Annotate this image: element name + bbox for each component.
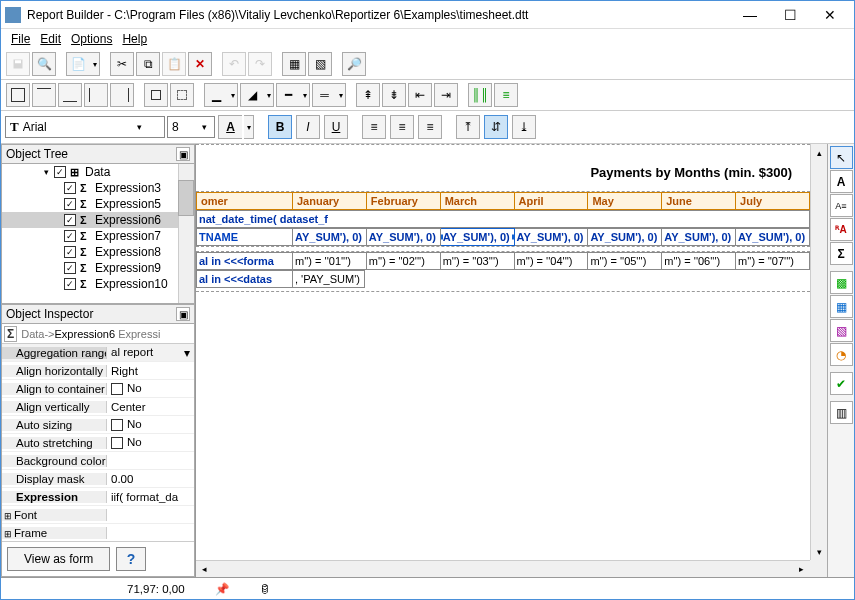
close-button[interactable]: ✕	[810, 2, 850, 28]
send-back-button[interactable]: ▧	[308, 52, 332, 76]
align-right-button[interactable]: ≡	[418, 115, 442, 139]
font-name-combo[interactable]: T ▾	[5, 116, 165, 138]
canvas-hscrollbar[interactable]: ◂ ▸	[196, 560, 810, 577]
tool-chart[interactable]: ◔	[830, 343, 853, 366]
expression-cell[interactable]: m'') = ''02''')	[366, 253, 440, 270]
valign-top-button[interactable]: ⤒	[456, 115, 480, 139]
border-left-button[interactable]	[84, 83, 108, 107]
expression-cell[interactable]: AY_SUM'), 0)	[662, 229, 736, 246]
column-header[interactable]: January	[293, 193, 367, 210]
align-left-button[interactable]: ≡	[362, 115, 386, 139]
paste-button[interactable]: 📋	[162, 52, 186, 76]
align-objs-left-button[interactable]: ⇤	[408, 83, 432, 107]
report-canvas[interactable]: Payments by Months (min. $300) omer Janu…	[196, 144, 827, 577]
inspector-grid[interactable]: Aggregation rangeal report ▾Align horizo…	[2, 344, 194, 541]
tree-node-expression[interactable]: ✓ΣExpression3	[2, 180, 194, 196]
font-size-input[interactable]	[172, 120, 198, 134]
menu-help[interactable]: Help	[118, 30, 151, 48]
tree-node-data[interactable]: ▾ ✓ ⊞ Data	[2, 164, 194, 180]
tool-checkbox[interactable]: ✔	[830, 372, 853, 395]
expression-cell[interactable]: AY_SUM'), 0)	[736, 229, 810, 246]
delete-button[interactable]: ✕	[188, 52, 212, 76]
redo-button[interactable]: ↷	[248, 52, 272, 76]
cut-button[interactable]: ✂	[110, 52, 134, 76]
field-cell[interactable]: TNAME	[197, 229, 293, 246]
inspector-path[interactable]: Σ Data-> Expression6 Expressi	[2, 324, 194, 344]
valign-bottom-button[interactable]: ⤓	[512, 115, 536, 139]
scroll-left-button[interactable]: ◂	[196, 561, 213, 577]
border-all-button[interactable]	[6, 83, 30, 107]
underline-button[interactable]: U	[324, 115, 348, 139]
expression-cell[interactable]: AY_SUM'), 0)	[514, 229, 588, 246]
font-color-dropdown[interactable]: ▾	[244, 115, 254, 139]
minimize-button[interactable]: —	[730, 2, 770, 28]
inspector-row[interactable]: Auto stretchingNo	[2, 434, 194, 452]
font-color-button[interactable]: A	[218, 115, 242, 139]
font-size-combo[interactable]: ▾	[167, 116, 215, 138]
band-spacer[interactable]	[196, 288, 810, 292]
help-button[interactable]: ?	[116, 547, 146, 571]
tool-band[interactable]: ▥	[830, 401, 853, 424]
inspector-row[interactable]: Align horizontallyRight	[2, 362, 194, 380]
border-bottom-button[interactable]	[58, 83, 82, 107]
expression-cell[interactable]: m'') = ''01''')	[293, 253, 367, 270]
line-color-button[interactable]: ▁	[204, 83, 228, 107]
copy-button[interactable]: ⧉	[136, 52, 160, 76]
scroll-down-button[interactable]: ▾	[811, 543, 827, 560]
line-style-button[interactable]: ━	[276, 83, 300, 107]
canvas-vscrollbar[interactable]: ▴ ▾	[810, 144, 827, 560]
expression-cell-selected[interactable]: AY_SUM'), 0)	[440, 229, 514, 246]
expression-cell[interactable]: , 'PAY_SUM')	[293, 271, 365, 288]
expression-cell[interactable]: AY_SUM'), 0)	[588, 229, 662, 246]
inspector-row[interactable]: ⊞Frame	[2, 524, 194, 541]
column-header[interactable]: March	[440, 193, 514, 210]
inspector-row[interactable]: Display mask0.00	[2, 470, 194, 488]
bring-front-button[interactable]: ▦	[282, 52, 306, 76]
distribute-h-button[interactable]: ║║	[468, 83, 492, 107]
align-objs-right-button[interactable]: ⇥	[434, 83, 458, 107]
column-header[interactable]: June	[662, 193, 736, 210]
distribute-v-button[interactable]: ≡	[494, 83, 518, 107]
italic-button[interactable]: I	[296, 115, 320, 139]
border-top-button[interactable]	[32, 83, 56, 107]
expression-cell[interactable]: m'') = ''06''')	[662, 253, 736, 270]
column-header[interactable]: February	[366, 193, 440, 210]
inspector-row[interactable]: ⊞Font	[2, 506, 194, 524]
tree-scroll-thumb[interactable]	[178, 180, 194, 216]
menu-edit[interactable]: Edit	[36, 30, 65, 48]
checkbox-icon[interactable]: ✓	[54, 166, 66, 178]
tool-dbimage[interactable]: ▦	[830, 295, 853, 318]
tree-node-expression[interactable]: ✓ΣExpression9	[2, 260, 194, 276]
undo-button[interactable]: ↶	[222, 52, 246, 76]
menu-options[interactable]: Options	[67, 30, 116, 48]
expression-cell[interactable]: m'') = ''05''')	[588, 253, 662, 270]
menu-file[interactable]: File	[7, 30, 34, 48]
new-object-dropdown[interactable]: ▾	[90, 52, 100, 76]
expression-cell[interactable]: al in <<<datas	[197, 271, 293, 288]
view-as-form-button[interactable]: View as form	[7, 547, 110, 571]
report-title[interactable]: Payments by Months (min. $300)	[196, 145, 810, 186]
tree-node-expression[interactable]: ✓ΣExpression10	[2, 276, 194, 292]
tree-node-expression[interactable]: ✓ΣExpression6	[2, 212, 194, 228]
scroll-up-button[interactable]: ▴	[811, 144, 827, 161]
expression-cell[interactable]: m'') = ''04''')	[514, 253, 588, 270]
expression-cell[interactable]: AY_SUM'), 0)	[293, 229, 367, 246]
object-inspector-close-button[interactable]: ▣	[176, 307, 190, 321]
frame-solid-button[interactable]	[144, 83, 168, 107]
align-center-button[interactable]: ≡	[390, 115, 414, 139]
group-header-cell[interactable]: nat_date_time( dataset_f	[197, 211, 810, 228]
column-header[interactable]: April	[514, 193, 588, 210]
tool-pointer[interactable]: ↖	[830, 146, 853, 169]
line-color-dropdown[interactable]: ▾	[228, 83, 238, 107]
tool-richtext[interactable]: ᴿA	[830, 218, 853, 241]
tool-shape[interactable]: ▧	[830, 319, 853, 342]
save-button[interactable]	[6, 52, 30, 76]
inspector-row[interactable]: Align verticallyCenter	[2, 398, 194, 416]
inspector-row[interactable]: Align to containerNo	[2, 380, 194, 398]
font-name-input[interactable]	[23, 120, 133, 134]
column-header[interactable]: July	[736, 193, 810, 210]
tool-expression[interactable]: Σ	[830, 242, 853, 265]
inspector-row[interactable]: Aggregation rangeal report ▾	[2, 344, 194, 362]
tool-dbtext[interactable]: A≡	[830, 194, 853, 217]
tree-node-expression[interactable]: ✓ΣExpression8	[2, 244, 194, 260]
